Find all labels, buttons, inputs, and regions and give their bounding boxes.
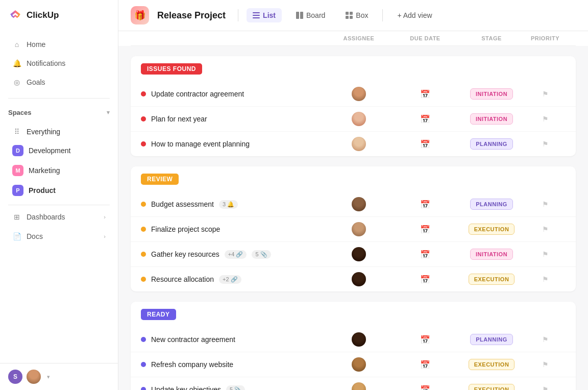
due-cell: 📅 [392, 275, 458, 284]
table-row[interactable]: New contractor agreement 📅 PLANNING ⚑ [131, 327, 576, 352]
sidebar-item-dashboards[interactable]: ⊞ Dashboards › [4, 208, 114, 226]
calendar-icon: 📅 [420, 385, 430, 391]
project-title: Release Project [157, 10, 226, 21]
priority-cell: ⚑ [525, 250, 566, 258]
task-label: Gather key resources [151, 250, 219, 258]
task-label: Update contractor agreement [151, 90, 244, 98]
table-row[interactable]: Update contractor agreement 📅 INITIATION… [131, 82, 576, 107]
table-row[interactable]: Gather key resources +4 🔗 5 📎 📅 INITIATI… [131, 242, 576, 267]
priority-cell: ⚑ [525, 385, 566, 390]
box-icon [346, 12, 353, 19]
flag-icon: ⚑ [542, 200, 549, 208]
task-name: How to manage event planning [141, 140, 326, 148]
docs-icon: 📄 [12, 232, 21, 241]
table-row[interactable]: Plan for next year 📅 INITIATION ⚑ [131, 107, 576, 132]
sidebar-item-goals[interactable]: ◎ Goals [4, 73, 114, 91]
task-meta-badge-2: 5 📎 [252, 250, 271, 259]
task-name: Update contractor agreement [141, 90, 326, 98]
table-row[interactable]: Refresh company website 📅 EXECUTION ⚑ [131, 352, 576, 377]
user-avatar-initial: S [8, 370, 22, 384]
dashboards-chevron: › [104, 214, 106, 220]
board-view-button[interactable]: Board [290, 8, 331, 22]
avatar [352, 382, 366, 390]
logo-area[interactable]: ClickUp [0, 0, 118, 31]
task-label: Resource allocation [151, 275, 214, 283]
flag-icon: ⚑ [542, 140, 549, 148]
avatar [352, 272, 366, 286]
col-task [141, 35, 326, 41]
docs-chevron: › [104, 233, 106, 239]
calendar-icon: 📅 [420, 250, 430, 259]
svg-rect-7 [346, 16, 349, 19]
add-view-label: + Add view [397, 11, 432, 19]
assignee-cell [326, 222, 392, 236]
review-label: REVIEW [141, 174, 179, 185]
col-assignee: ASSIGNEE [326, 35, 392, 41]
due-cell: 📅 [392, 250, 458, 259]
stage-cell: INITIATION [458, 113, 525, 125]
stage-cell: PLANNING [458, 334, 525, 345]
flag-icon: ⚑ [542, 360, 549, 369]
table-row[interactable]: How to manage event planning 📅 PLANNING … [131, 132, 576, 156]
task-dot [141, 252, 146, 257]
calendar-icon: 📅 [420, 200, 430, 209]
task-name: Resource allocation +2 🔗 [141, 275, 326, 284]
table-row[interactable]: Resource allocation +2 🔗 📅 EXECUTION ⚑ [131, 267, 576, 291]
sidebar-item-everything[interactable]: ⠿ Everything [4, 123, 114, 140]
table-row[interactable]: Finalize project scope 📅 EXECUTION ⚑ [131, 217, 576, 242]
marketing-label: Marketing [29, 166, 60, 175]
stage-badge: EXECUTION [469, 359, 515, 370]
calendar-icon: 📅 [420, 114, 430, 124]
sidebar-item-docs[interactable]: 📄 Docs › [4, 227, 114, 246]
task-dot [141, 141, 146, 147]
list-view-button[interactable]: List [247, 8, 282, 22]
docs-label: Docs [27, 232, 99, 240]
section-header-issues: ISSUES FOUND [131, 56, 576, 82]
sidebar-item-marketing[interactable]: M Marketing [4, 161, 114, 180]
priority-cell: ⚑ [525, 360, 566, 369]
flag-icon: ⚑ [542, 90, 549, 98]
main-nav: ⌂ Home 🔔 Notifications ◎ Goals [0, 31, 118, 96]
task-name: Refresh company website [141, 360, 326, 369]
task-label: Refresh company website [151, 360, 233, 369]
svg-rect-1 [253, 15, 260, 16]
task-name: Plan for next year [141, 115, 326, 123]
user-profile[interactable]: S ▾ [0, 363, 118, 390]
sidebar-item-product[interactable]: P Product [4, 181, 114, 200]
marketing-badge: M [12, 165, 23, 176]
spaces-header[interactable]: Spaces ▾ [8, 109, 110, 116]
topbar: 🎁 Release Project List Board Box + Add v… [118, 0, 588, 31]
dashboards-label: Dashboards [27, 213, 99, 221]
development-badge: D [12, 145, 23, 156]
due-cell: 📅 [392, 335, 458, 345]
sidebar-divider-2 [8, 205, 110, 205]
calendar-icon: 📅 [420, 89, 430, 99]
assignee-cell [326, 247, 392, 261]
development-label: Development [29, 147, 71, 155]
box-view-button[interactable]: Box [339, 8, 374, 22]
board-icon [296, 12, 303, 19]
stage-badge: INITIATION [470, 88, 513, 100]
svg-rect-3 [296, 12, 299, 19]
task-label: Budget assessment [151, 200, 214, 208]
dashboard-icon: ⊞ [12, 212, 21, 222]
sidebar-item-development[interactable]: D Development [4, 141, 114, 160]
due-cell: 📅 [392, 225, 458, 234]
priority-cell: ⚑ [525, 115, 566, 123]
sidebar-item-home[interactable]: ⌂ Home [4, 35, 114, 54]
ready-label: READY [141, 309, 176, 320]
trophy-icon: ◎ [12, 78, 21, 87]
flag-icon: ⚑ [542, 275, 549, 283]
section-ready: READY New contractor agreement 📅 PLANNIN… [131, 302, 576, 390]
stage-badge: EXECUTION [469, 224, 515, 235]
task-label: Plan for next year [151, 115, 207, 123]
col-stage: STAGE [458, 35, 525, 41]
add-view-button[interactable]: + Add view [391, 8, 438, 22]
table-row[interactable]: Update key objectives 5 📎 📅 EXECUTION ⚑ [131, 377, 576, 390]
assignee-cell [326, 382, 392, 390]
task-meta-badge: 3 🔔 [219, 200, 238, 209]
sidebar-item-notifications[interactable]: 🔔 Notifications [4, 54, 114, 72]
table-row[interactable]: Budget assessment 3 🔔 📅 PLANNING ⚑ [131, 192, 576, 217]
stage-badge: EXECUTION [469, 384, 515, 390]
priority-cell: ⚑ [525, 90, 566, 98]
